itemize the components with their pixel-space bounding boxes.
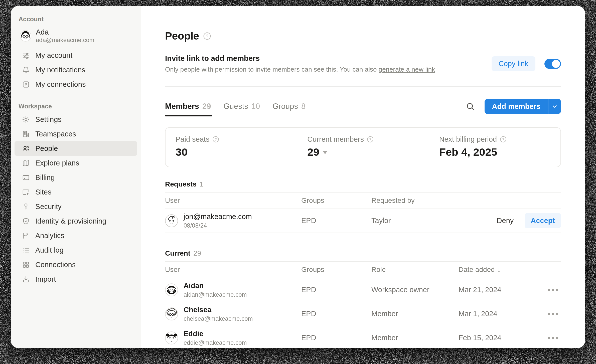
copy-link-button[interactable]: Copy link: [492, 56, 535, 71]
stat-label: Current members ?: [307, 135, 418, 143]
sidebar-item-security[interactable]: Security: [15, 199, 137, 214]
requests-table: User Groups Requested by jon@makeacme.co…: [165, 192, 561, 233]
stat-label-text: Current members: [307, 135, 364, 143]
generate-new-link[interactable]: generate a new link: [379, 66, 435, 73]
invite-link-toggle[interactable]: [544, 59, 561, 69]
deny-button[interactable]: Deny: [497, 217, 514, 225]
billing-stats-card: Paid seats ? 30 Current members ?: [165, 127, 561, 167]
stat-paid-seats: Paid seats ? 30: [166, 128, 297, 167]
column-header-date-label: Date added: [459, 266, 495, 274]
stat-current-members: Current members ? 29: [297, 128, 428, 167]
member-groups: EPD: [301, 286, 371, 294]
stat-value-dropdown[interactable]: 29: [307, 146, 418, 158]
row-menu-button[interactable]: [546, 311, 559, 316]
requests-heading: Requests1: [165, 180, 561, 188]
sidebar-item-connections[interactable]: Connections: [15, 257, 137, 272]
sidebar-item-label: Teamspaces: [35, 130, 76, 138]
sidebar-item-label: My notifications: [35, 66, 85, 74]
sidebar-user[interactable]: Ada ada@makeacme.com: [15, 26, 137, 46]
sidebar-item-label: Analytics: [35, 232, 64, 240]
tab-groups[interactable]: Groups 8: [272, 102, 306, 111]
sidebar-item-identity-provisioning[interactable]: Identity & provisioning: [15, 214, 137, 228]
request-user-email: jon@makeacme.com: [184, 212, 252, 221]
sidebar-item-sites[interactable]: Sites: [15, 185, 137, 199]
sidebar-user-meta: Ada ada@makeacme.com: [36, 28, 94, 44]
member-date-cell: Mar 21, 2024: [459, 286, 561, 294]
current-heading: Current29: [165, 249, 561, 257]
add-members-split-button: Add members: [485, 99, 561, 114]
sidebar-item-billing[interactable]: Billing: [15, 170, 137, 185]
column-header-groups: Groups: [301, 266, 371, 274]
sidebar-item-people[interactable]: People: [15, 141, 137, 156]
building-icon: [22, 130, 30, 138]
help-icon[interactable]: ?: [500, 136, 507, 143]
sidebar-item-settings[interactable]: Settings: [15, 112, 137, 127]
sidebar-item-analytics[interactable]: Analytics: [15, 228, 137, 243]
tab-guests[interactable]: Guests 10: [224, 102, 260, 111]
sidebar-item-my-connections[interactable]: My connections: [15, 77, 137, 92]
sidebar-item-explore-plans[interactable]: Explore plans: [15, 156, 137, 170]
request-actions: Deny Accept: [497, 213, 561, 228]
sliders-icon: [22, 52, 30, 59]
map-icon: [22, 159, 30, 167]
help-icon[interactable]: ?: [203, 32, 211, 40]
accept-button[interactable]: Accept: [525, 213, 561, 228]
stat-label-text: Next billing period: [439, 135, 497, 143]
sidebar-item-teamspaces[interactable]: Teamspaces: [15, 127, 137, 141]
row-menu-button[interactable]: [546, 287, 559, 292]
bell-icon: [22, 66, 30, 74]
member-date: Mar 21, 2024: [459, 286, 501, 294]
member-date-cell: Mar 1, 2024: [459, 310, 561, 318]
sidebar-item-label: Security: [35, 203, 62, 211]
invite-description-text: Only people with permission to invite me…: [165, 66, 379, 73]
account-nav: My account My notifications My connectio…: [11, 48, 141, 92]
tab-members[interactable]: Members 29: [165, 102, 211, 111]
search-button[interactable]: [466, 102, 475, 111]
gear-icon: [22, 116, 30, 123]
grid-icon: [22, 261, 30, 269]
add-members-dropdown[interactable]: [548, 99, 561, 114]
current-members-table: User Groups Role Date added ↓: [165, 261, 561, 348]
request-row: jon@makeacme.com 08/08/24 EPD Taylor Den…: [165, 209, 561, 233]
sidebar-item-import[interactable]: Import: [15, 272, 137, 286]
sidebar-item-label: Billing: [35, 173, 55, 182]
member-user-cell: Chelsea chelsea@makeacme.com: [165, 305, 301, 322]
key-icon: [22, 203, 30, 211]
avatar-aidan: [165, 283, 178, 296]
column-header-groups: Groups: [301, 197, 371, 205]
help-icon[interactable]: ?: [212, 136, 219, 143]
sidebar-item-label: Audit log: [35, 246, 64, 254]
sidebar-item-my-notifications[interactable]: My notifications: [15, 63, 137, 77]
page-header: People ?: [165, 30, 561, 42]
help-icon[interactable]: ?: [367, 136, 374, 143]
triangle-down-icon: [323, 151, 327, 154]
sidebar-item-label: Import: [35, 275, 56, 283]
member-row-chelsea: Chelsea chelsea@makeacme.com EPD Member …: [165, 302, 561, 326]
request-user-meta: jon@makeacme.com 08/08/24: [184, 212, 252, 229]
avatar-ada: [20, 30, 31, 42]
section-divider: [165, 86, 561, 87]
shield-check-icon: [22, 217, 30, 225]
people-settings-main: People ? Invite link to add members Only…: [141, 6, 585, 348]
tab-count: 29: [202, 102, 211, 111]
list-icon: [22, 246, 30, 254]
add-members-button[interactable]: Add members: [485, 99, 548, 114]
member-name: Aidan: [184, 281, 247, 290]
member-user-cell: Eddie eddie@makeacme.com: [165, 329, 301, 346]
svg-text:?: ?: [215, 137, 217, 141]
request-requested-by: Taylor: [371, 217, 391, 225]
member-date: Mar 1, 2024: [459, 310, 497, 318]
tab-actions: Add members: [466, 99, 561, 114]
member-date-cell: Feb 15, 2024: [459, 334, 561, 342]
sidebar-item-my-account[interactable]: My account: [15, 48, 137, 63]
invite-actions: Copy link: [492, 56, 561, 71]
row-menu-button[interactable]: [546, 335, 559, 340]
member-name: Chelsea: [184, 305, 253, 314]
column-header-date-added[interactable]: Date added ↓: [459, 266, 561, 274]
stat-next-billing: Next billing period ? Feb 4, 2025: [429, 128, 560, 167]
tab-label: Groups: [272, 102, 298, 111]
avatar-jon: [165, 214, 178, 227]
sidebar-item-label: Explore plans: [35, 159, 79, 167]
sidebar-item-audit-log[interactable]: Audit log: [15, 243, 137, 257]
member-groups: EPD: [301, 334, 371, 342]
